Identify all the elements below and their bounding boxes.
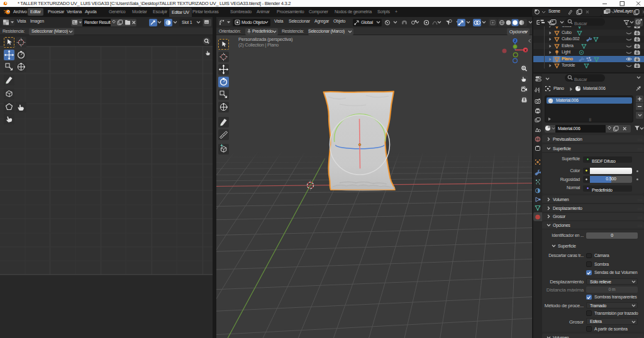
svg-text:Personalizada (perspectiva): Personalizada (perspectiva) xyxy=(238,36,293,42)
svg-text:X: X xyxy=(525,48,527,52)
svg-text:(2) Collection | Plano: (2) Collection | Plano xyxy=(238,42,279,48)
